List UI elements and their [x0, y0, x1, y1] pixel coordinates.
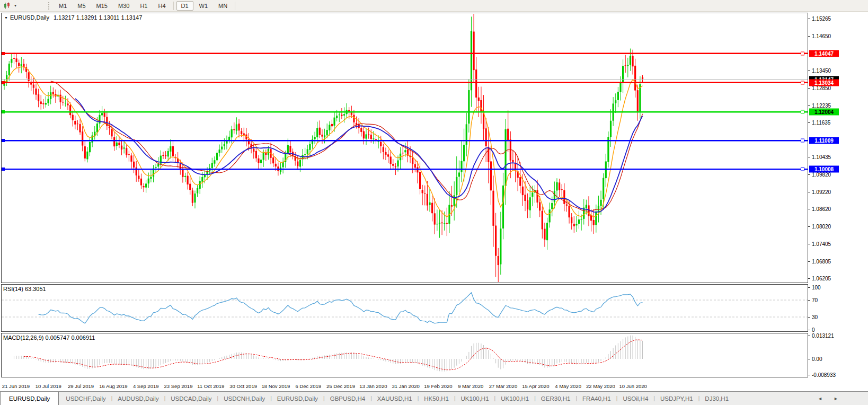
date-label: 13 Jan 2020 [359, 383, 387, 389]
axis-tick [808, 19, 810, 19]
axis-tick [808, 192, 810, 192]
price-tick-label: 30 [812, 314, 818, 320]
date-label: 4 Sep 2019 [133, 383, 159, 389]
date-label: 10 Jul 2019 [36, 383, 61, 389]
line-endpoint-marker[interactable] [2, 110, 5, 113]
axis-tick [808, 71, 810, 71]
timeframe-button-w1[interactable]: W1 [194, 1, 213, 11]
rsi-indicator-label: RSI(14) 63.3051 [3, 286, 46, 292]
date-label: 25 Dec 2019 [326, 383, 355, 389]
date-label: 29 Jul 2019 [68, 383, 94, 389]
chart-tab-hk50-h1[interactable]: HK50,H1 [419, 392, 454, 405]
date-label: 31 Jan 2020 [392, 383, 419, 389]
candlestick-chart-icon[interactable] [2, 2, 12, 10]
date-label: 18 Nov 2019 [261, 383, 290, 389]
price-line-label: 1.12004 [809, 109, 839, 116]
chart-tab-gbpusd-h4[interactable]: GBPUSD,H4 [325, 392, 370, 405]
price-tick-label: 0.00 [812, 356, 822, 362]
axis-tick [808, 122, 810, 123]
chart-tab-usdjpy-h1[interactable]: USDJPY,H1 [655, 392, 698, 405]
axis-tick [808, 226, 810, 227]
line-endpoint-marker[interactable] [801, 110, 804, 114]
toolbar-grip[interactable] [48, 2, 50, 10]
chart-tab-usdchf-daily[interactable]: USDCHF,Daily [60, 392, 111, 405]
price-tick-label: 0.013121 [812, 332, 834, 338]
date-label: 19 Feb 2020 [424, 383, 452, 389]
line-endpoint-marker[interactable] [801, 168, 804, 171]
date-label: 4 May 2020 [555, 383, 581, 389]
chart-tab-audusd-daily[interactable]: AUDUSD,Daily [112, 392, 164, 405]
date-label: 27 Mar 2020 [489, 383, 517, 389]
chart-tab-fra40-h1[interactable]: FRA40,H1 [577, 392, 616, 405]
tabs-scroll-left-icon[interactable]: ◄ [818, 392, 822, 405]
chart-tab-ger30-h1[interactable]: GER30,H1 [536, 392, 576, 405]
line-endpoint-marker[interactable] [801, 139, 804, 143]
line-endpoint-marker[interactable] [2, 52, 5, 55]
chart-tab-bar: EURUSD,DailyUSDCHF,Daily|AUDUSD,Daily|US… [0, 391, 868, 405]
toolbar-caret-icon[interactable]: ▾ [12, 3, 19, 8]
chart-tab-usdcnh-daily[interactable]: USDCNH,Daily [218, 392, 270, 405]
date-label: 10 Jun 2020 [619, 383, 647, 389]
chart-tab-uk100-h1[interactable]: UK100,H1 [495, 392, 534, 405]
price-tick-label: 1.12235 [812, 102, 831, 108]
date-label: 22 May 2020 [586, 383, 615, 389]
axis-tick [808, 88, 810, 89]
price-tick-label: 100 [812, 285, 821, 290]
date-label: 23 Sep 2019 [164, 383, 193, 389]
price-tick-label: 1.10435 [812, 154, 831, 160]
price-line-label: 1.10008 [809, 166, 839, 173]
chart-tab-usdcad-daily[interactable]: USDCAD,Daily [165, 392, 217, 405]
chart-title-symbol: EURUSD,Daily [10, 14, 49, 21]
axis-tick [808, 157, 810, 157]
axis-tick [808, 36, 810, 37]
macd-indicator-label: MACD(12,26,9) 0.005747 0.006911 [3, 334, 95, 341]
chart-tab-dj30-h1[interactable]: DJ30,H1 [699, 392, 734, 405]
price-tick-label: 1.06205 [812, 276, 831, 281]
chart-tab-uk100-h1[interactable]: UK100,H1 [456, 392, 494, 405]
timeframe-button-h1[interactable]: H1 [135, 1, 152, 11]
line-endpoint-marker[interactable] [2, 139, 5, 142]
axis-tick [808, 209, 810, 209]
timeframe-button-m1[interactable]: M1 [54, 1, 72, 11]
price-tick-label: 1.14650 [812, 33, 831, 39]
line-endpoint-marker[interactable] [801, 51, 804, 55]
date-label: 21 Jun 2019 [2, 383, 30, 389]
price-line-label: 1.13034 [809, 79, 839, 86]
macd-panel[interactable] [1, 333, 808, 377]
timeframe-button-d1[interactable]: D1 [176, 1, 193, 11]
chart-tabs: EURUSD,DailyUSDCHF,Daily|AUDUSD,Daily|US… [0, 392, 734, 405]
axis-tick [808, 278, 810, 279]
date-label: 16 Aug 2019 [99, 383, 127, 389]
price-tick-label: 1.08020 [812, 223, 831, 229]
price-line-label: 1.14047 [809, 50, 839, 57]
timeframe-button-m30[interactable]: M30 [113, 1, 134, 11]
chart-tab-usoil-h4[interactable]: USOil,H4 [617, 392, 653, 405]
price-tick-label: 0 [812, 327, 815, 333]
axis-tick [808, 287, 810, 288]
toolbar: ▾ M1M5M15M30H1H4D1W1MN [0, 0, 868, 12]
line-endpoint-marker[interactable] [801, 81, 804, 84]
price-tick-label: 1.09220 [812, 189, 831, 195]
chart-menu-caret-icon[interactable]: ▼ [4, 16, 8, 20]
chart-tab-eurusd-daily[interactable]: EURUSD,Daily [272, 392, 323, 405]
rsi-panel[interactable] [1, 284, 808, 332]
timeframe-button-m5[interactable]: M5 [73, 1, 90, 11]
axis-tick [808, 375, 810, 375]
chart-tab-xauusd-h1[interactable]: XAUUSD,H1 [372, 392, 418, 405]
timeframe-button-h4[interactable]: H4 [153, 1, 170, 11]
price-tick-label: 1.07405 [812, 241, 831, 247]
line-endpoint-marker[interactable] [2, 81, 5, 84]
line-endpoint-marker[interactable] [2, 168, 5, 171]
price-tick-label: 1.11635 [812, 120, 830, 126]
axis-tick [808, 174, 810, 175]
tabs-scroll-right-icon[interactable]: ► [834, 392, 838, 405]
timeframe-button-m15[interactable]: M15 [92, 1, 112, 11]
price-tick-label: 1.15265 [812, 16, 831, 22]
axis-tick [808, 317, 810, 318]
price-panel[interactable] [1, 13, 808, 283]
price-tick-label: 1.06805 [812, 258, 831, 264]
axis-tick [808, 330, 810, 330]
timeframe-button-mn[interactable]: MN [214, 1, 232, 11]
chart-tab-eurusd-daily[interactable]: EURUSD,Daily [0, 392, 59, 405]
date-label: 6 Dec 2019 [295, 383, 321, 389]
